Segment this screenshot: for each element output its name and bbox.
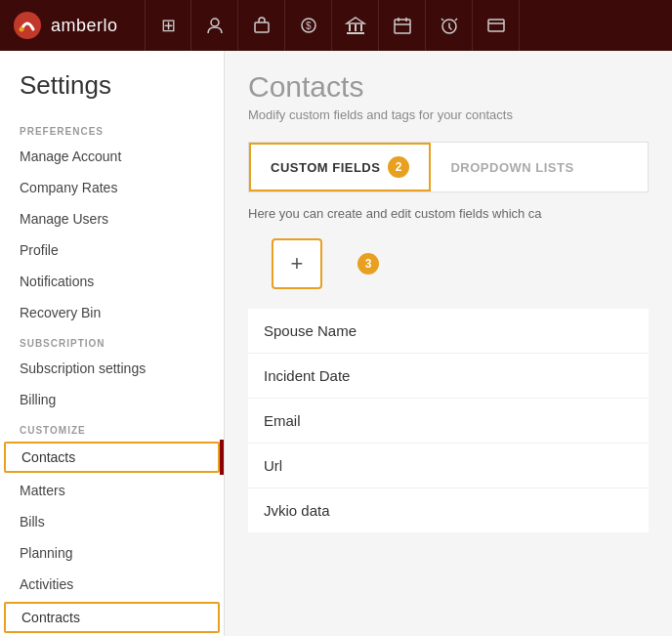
tab-custom-fields-label: CUSTOM FIELDS bbox=[271, 160, 380, 175]
add-button-badge: 3 bbox=[357, 253, 379, 275]
active-bar-indicator bbox=[220, 440, 224, 475]
nav-grid-icon[interactable]: ⊞ bbox=[145, 0, 191, 51]
sidebar-item-planning[interactable]: Planning bbox=[0, 537, 224, 569]
sidebar-item-bills[interactable]: Bills bbox=[0, 506, 224, 537]
field-row-jvkio-data[interactable]: Jvkio data bbox=[248, 488, 649, 532]
svg-rect-9 bbox=[360, 24, 362, 31]
svg-rect-11 bbox=[395, 20, 410, 33]
field-row-incident-date[interactable]: Incident Date bbox=[248, 354, 649, 399]
svg-point-1 bbox=[20, 27, 24, 32]
fields-list: Spouse Name Incident Date Email Url Jvki… bbox=[248, 309, 649, 532]
content-subtitle: Modify custom fields and tags for your c… bbox=[248, 107, 649, 122]
sidebar-item-contacts[interactable]: Contacts bbox=[4, 442, 220, 473]
sidebar-item-profile[interactable]: Profile bbox=[0, 234, 224, 266]
tab-dropdown-lists[interactable]: DROPDOWN LISTS bbox=[431, 148, 593, 187]
field-row-url[interactable]: Url bbox=[248, 444, 649, 488]
content-header: Contacts Modify custom fields and tags f… bbox=[225, 51, 672, 142]
sidebar-item-company-rates[interactable]: Company Rates bbox=[0, 172, 224, 203]
top-navigation: amberlo ⊞ $ bbox=[0, 0, 672, 51]
sidebar-item-activities[interactable]: Activities bbox=[0, 569, 224, 600]
sidebar-item-matters[interactable]: Matters bbox=[0, 475, 224, 506]
nav-icons-container: ⊞ $ bbox=[145, 0, 660, 51]
sidebar-item-notifications[interactable]: Notifications bbox=[0, 266, 224, 297]
svg-rect-13 bbox=[488, 20, 504, 31]
content-area: Contacts Modify custom fields and tags f… bbox=[225, 51, 672, 636]
plus-icon: + bbox=[291, 253, 304, 275]
main-layout: Settings PREFERENCES Manage Account Comp… bbox=[0, 51, 672, 636]
svg-text:$: $ bbox=[306, 21, 312, 31]
sidebar-item-contracts[interactable]: Contracts bbox=[4, 602, 220, 633]
nav-history-icon[interactable] bbox=[426, 0, 473, 51]
sidebar-item-manage-account[interactable]: Manage Account bbox=[0, 141, 224, 172]
sidebar-item-manage-users[interactable]: Manage Users bbox=[0, 203, 224, 234]
section-label-subscription: SUBSCRIPTION bbox=[0, 328, 224, 353]
svg-rect-8 bbox=[355, 24, 357, 31]
sidebar-item-recovery-bin[interactable]: Recovery Bin bbox=[0, 297, 224, 328]
add-button-area: + 3 bbox=[225, 231, 672, 301]
field-row-spouse-name[interactable]: Spouse Name bbox=[248, 309, 649, 354]
svg-rect-7 bbox=[349, 24, 351, 31]
field-row-email[interactable]: Email bbox=[248, 399, 649, 444]
description-text: Here you can create and edit custom fiel… bbox=[225, 192, 672, 231]
add-field-button[interactable]: + bbox=[272, 238, 322, 289]
section-label-customize: CUSTOMIZE bbox=[0, 415, 224, 440]
nav-bank-icon[interactable] bbox=[332, 0, 379, 51]
content-title: Contacts bbox=[248, 70, 649, 104]
logo-text: amberlo bbox=[51, 16, 118, 36]
section-label-preferences: PREFERENCES bbox=[0, 116, 224, 141]
nav-calendar-icon[interactable] bbox=[379, 0, 426, 51]
svg-point-0 bbox=[14, 12, 41, 39]
logo-icon bbox=[12, 10, 43, 41]
nav-window-icon[interactable] bbox=[473, 0, 520, 51]
logo-area: amberlo bbox=[12, 10, 129, 41]
sidebar-title: Settings bbox=[0, 51, 224, 116]
nav-person-icon[interactable] bbox=[191, 0, 238, 51]
tabs-row: CUSTOM FIELDS 2 DROPDOWN LISTS bbox=[248, 142, 649, 192]
sidebar: Settings PREFERENCES Manage Account Comp… bbox=[0, 51, 225, 636]
svg-point-2 bbox=[211, 19, 219, 26]
svg-rect-10 bbox=[347, 32, 364, 34]
nav-briefcase-icon[interactable] bbox=[238, 0, 285, 51]
sidebar-item-subscription-settings[interactable]: Subscription settings bbox=[0, 353, 224, 384]
svg-rect-3 bbox=[255, 22, 269, 32]
tab-custom-fields[interactable]: CUSTOM FIELDS 2 bbox=[249, 143, 431, 191]
sidebar-item-contacts-wrapper: Contacts bbox=[0, 440, 224, 475]
svg-marker-6 bbox=[347, 18, 364, 23]
nav-dollar-icon[interactable]: $ bbox=[285, 0, 332, 51]
tab-dropdown-lists-label: DROPDOWN LISTS bbox=[450, 160, 573, 175]
sidebar-item-billing[interactable]: Billing bbox=[0, 384, 224, 415]
tab-custom-fields-badge: 2 bbox=[388, 156, 409, 178]
